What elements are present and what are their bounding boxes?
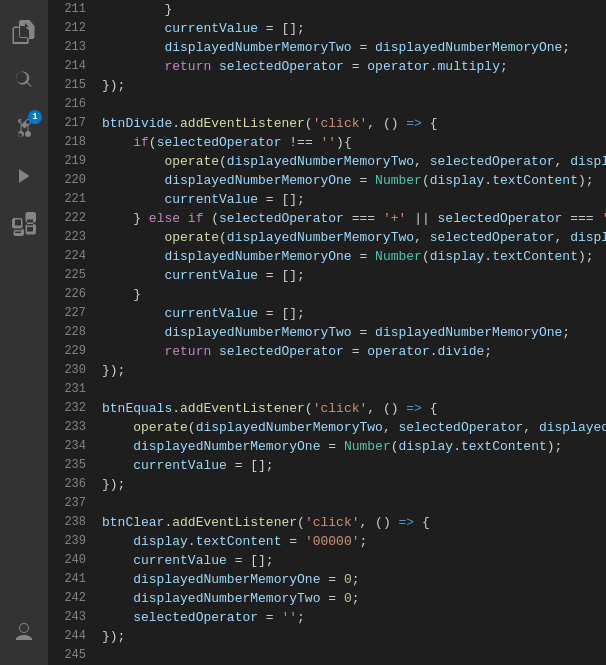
line-num-243: 243: [48, 608, 90, 627]
code-line-226: }: [102, 285, 606, 304]
code-line-236: });: [102, 475, 606, 494]
code-line-222: } else if (selectedOperator === '+' || s…: [102, 209, 606, 228]
code-line-221: currentValue = [];: [102, 190, 606, 209]
line-num-222: 222: [48, 209, 90, 228]
code-line-213: displayedNumberMemoryTwo = displayedNumb…: [102, 38, 606, 57]
code-line-229: return selectedOperator = operator.divid…: [102, 342, 606, 361]
line-num-212: 212: [48, 19, 90, 38]
code-line-230: });: [102, 361, 606, 380]
line-num-235: 235: [48, 456, 90, 475]
editor-area: 211 212 213 214 215 216 217 218 219 220 …: [48, 0, 606, 665]
line-num-217: 217: [48, 114, 90, 133]
line-num-232: 232: [48, 399, 90, 418]
activity-item-run[interactable]: [0, 152, 48, 200]
code-line-219: operate(displayedNumberMemoryTwo, select…: [102, 152, 606, 171]
code-line-215: });: [102, 76, 606, 95]
line-num-242: 242: [48, 589, 90, 608]
line-num-244: 244: [48, 627, 90, 646]
code-line-231: [102, 380, 606, 399]
code-line-238: btnClear.addEventListener('click', () =>…: [102, 513, 606, 532]
code-line-242: displayedNumberMemoryTwo = 0;: [102, 589, 606, 608]
search-icon: [12, 68, 36, 92]
code-line-243: selectedOperator = '';: [102, 608, 606, 627]
line-numbers: 211 212 213 214 215 216 217 218 219 220 …: [48, 0, 98, 665]
activity-item-account[interactable]: [0, 609, 48, 657]
code-line-223: operate(displayedNumberMemoryTwo, select…: [102, 228, 606, 247]
run-icon: [12, 164, 36, 188]
code-line-232: btnEquals.addEventListener('click', () =…: [102, 399, 606, 418]
code-line-224: displayedNumberMemoryOne = Number(displa…: [102, 247, 606, 266]
line-num-245: 245: [48, 646, 90, 665]
line-num-224: 224: [48, 247, 90, 266]
code-line-233: operate(displayedNumberMemoryTwo, select…: [102, 418, 606, 437]
code-line-241: displayedNumberMemoryOne = 0;: [102, 570, 606, 589]
line-num-228: 228: [48, 323, 90, 342]
code-line-212: currentValue = [];: [102, 19, 606, 38]
line-num-237: 237: [48, 494, 90, 513]
code-line-244: });: [102, 627, 606, 646]
code-line-225: currentValue = [];: [102, 266, 606, 285]
code-line-220: displayedNumberMemoryOne = Number(displa…: [102, 171, 606, 190]
source-control-badge: 1: [28, 110, 42, 124]
files-icon: [12, 20, 36, 44]
account-icon: [12, 621, 36, 645]
line-num-213: 213: [48, 38, 90, 57]
code-line-245: [102, 646, 606, 665]
line-num-227: 227: [48, 304, 90, 323]
code-line-228: displayedNumberMemoryTwo = displayedNumb…: [102, 323, 606, 342]
code-line-218: if(selectedOperator !== ''){: [102, 133, 606, 152]
line-num-231: 231: [48, 380, 90, 399]
line-num-218: 218: [48, 133, 90, 152]
code-line-240: currentValue = [];: [102, 551, 606, 570]
line-num-220: 220: [48, 171, 90, 190]
code-container: 211 212 213 214 215 216 217 218 219 220 …: [48, 0, 606, 665]
line-num-211: 211: [48, 0, 90, 19]
extensions-icon: [12, 212, 36, 236]
line-num-225: 225: [48, 266, 90, 285]
activity-item-extensions[interactable]: [0, 200, 48, 248]
line-num-223: 223: [48, 228, 90, 247]
code-line-216: [102, 95, 606, 114]
code-line-214: return selectedOperator = operator.multi…: [102, 57, 606, 76]
line-num-229: 229: [48, 342, 90, 361]
code-line-234: displayedNumberMemoryOne = Number(displa…: [102, 437, 606, 456]
line-num-214: 214: [48, 57, 90, 76]
line-num-236: 236: [48, 475, 90, 494]
line-num-239: 239: [48, 532, 90, 551]
line-num-215: 215: [48, 76, 90, 95]
code-line-235: currentValue = [];: [102, 456, 606, 475]
activity-item-source-control[interactable]: 1: [0, 104, 48, 152]
line-num-219: 219: [48, 152, 90, 171]
activity-item-explorer[interactable]: [0, 8, 48, 56]
line-num-241: 241: [48, 570, 90, 589]
line-num-240: 240: [48, 551, 90, 570]
code-line-211: }: [102, 0, 606, 19]
line-num-233: 233: [48, 418, 90, 437]
line-num-238: 238: [48, 513, 90, 532]
line-num-216: 216: [48, 95, 90, 114]
activity-bar: 1: [0, 0, 48, 665]
line-num-226: 226: [48, 285, 90, 304]
activity-item-search[interactable]: [0, 56, 48, 104]
code-line-237: [102, 494, 606, 513]
code-line-239: display.textContent = '00000';: [102, 532, 606, 551]
code-lines[interactable]: } currentValue = []; displayedNumberMemo…: [98, 0, 606, 665]
line-num-221: 221: [48, 190, 90, 209]
line-num-230: 230: [48, 361, 90, 380]
code-line-227: currentValue = [];: [102, 304, 606, 323]
code-line-217: btnDivide.addEventListener('click', () =…: [102, 114, 606, 133]
line-num-234: 234: [48, 437, 90, 456]
